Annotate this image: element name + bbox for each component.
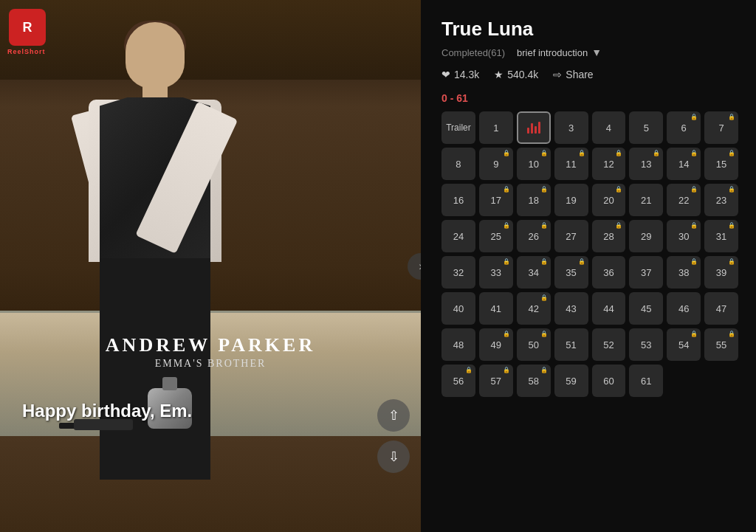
episode-cell[interactable]: 25🔒	[479, 220, 513, 252]
episode-cell[interactable]: 56🔒	[441, 365, 475, 397]
brief-intro-button[interactable]: brief introduction ▼	[517, 46, 602, 58]
episode-cell[interactable]: 12🔒	[592, 148, 626, 180]
show-title: True Luna	[441, 18, 738, 41]
episode-cell[interactable]: 6🔒	[667, 111, 701, 144]
episode-cell[interactable]: 41	[479, 292, 513, 325]
episode-cell[interactable]: 14🔒	[667, 148, 701, 180]
episode-cell[interactable]: 61	[629, 365, 663, 397]
episode-cell[interactable]: 51	[554, 328, 588, 361]
episode-cell[interactable]: 20🔒	[592, 184, 626, 216]
episode-cell[interactable]: 59	[554, 365, 588, 397]
episode-cell[interactable]: 57🔒	[479, 365, 513, 397]
lock-icon: 🔒	[540, 222, 548, 229]
stars-stat[interactable]: ★ 540.4k	[494, 69, 538, 80]
episode-cell[interactable]: 10🔒	[517, 148, 551, 180]
episode-cell[interactable]: 31🔒	[704, 220, 738, 252]
episode-cell[interactable]: 21	[629, 184, 663, 216]
episode-cell[interactable]: 29	[629, 220, 663, 252]
lock-icon: 🔒	[728, 150, 735, 156]
episode-cell[interactable]: 60	[592, 365, 626, 397]
episode-cell[interactable]: 22🔒	[667, 184, 701, 216]
episode-cell[interactable]: 40	[441, 292, 475, 325]
meta-row: Completed(61) brief introduction ▼	[441, 46, 738, 58]
character-name-text: ANDREW PARKER	[0, 334, 421, 356]
lock-icon: 🔒	[540, 258, 548, 265]
lock-icon: 🔒	[540, 186, 548, 193]
episode-cell[interactable]: 28🔒	[592, 220, 626, 252]
lock-icon: 🔒	[540, 150, 548, 156]
subtitle-area: Happy birthday, Em.	[0, 401, 421, 421]
likes-stat[interactable]: ❤ 14.3k	[441, 69, 479, 80]
episode-cell[interactable]: 38🔒	[667, 256, 701, 289]
episode-cell[interactable]: Trailer	[441, 111, 475, 144]
episode-cell[interactable]: 30🔒	[667, 220, 701, 252]
likes-count: 14.3k	[454, 69, 479, 80]
lock-icon: 🔒	[615, 222, 622, 229]
lock-icon: 🔒	[578, 150, 585, 156]
head	[126, 22, 185, 89]
lock-icon: 🔒	[540, 331, 548, 337]
episode-cell[interactable]: 1	[479, 111, 513, 144]
lock-icon: 🔒	[615, 150, 622, 156]
episode-cell[interactable]: 43	[554, 292, 588, 325]
episode-cell[interactable]: 53	[629, 328, 663, 361]
episode-cell[interactable]: 3	[554, 111, 588, 144]
episode-cell[interactable]	[517, 111, 551, 144]
episode-cell[interactable]: 35🔒	[554, 256, 588, 289]
episode-cell[interactable]: 58🔒	[517, 365, 551, 397]
lock-icon: 🔒	[503, 186, 510, 193]
lock-icon: 🔒	[615, 186, 622, 193]
episode-cell[interactable]: 50🔒	[517, 328, 551, 361]
right-panel: True Luna Completed(61) brief introducti…	[421, 0, 756, 532]
lock-icon: 🔒	[690, 222, 698, 229]
star-icon: ★	[494, 69, 504, 80]
episode-cell[interactable]: 45	[629, 292, 663, 325]
episode-cell[interactable]: 5	[629, 111, 663, 144]
completed-badge: Completed(61)	[441, 47, 505, 58]
episode-cell[interactable]: 37	[629, 256, 663, 289]
lock-icon: 🔒	[578, 258, 585, 265]
episode-cell[interactable]: 33🔒	[479, 256, 513, 289]
episode-cell[interactable]: 13🔒	[629, 148, 663, 180]
episode-cell[interactable]: 32	[441, 256, 475, 289]
episode-range: 0 - 61	[441, 92, 738, 104]
episode-cell[interactable]: 15🔒	[704, 148, 738, 180]
lock-icon: 🔒	[540, 367, 548, 373]
lock-icon: 🔒	[503, 258, 510, 265]
nav-down-button[interactable]: ⇩	[377, 441, 410, 473]
episode-cell[interactable]: 7🔒	[704, 111, 738, 144]
episode-cell[interactable]: 8	[441, 148, 475, 180]
stars-count: 540.4k	[507, 69, 538, 80]
episode-cell[interactable]: 9🔒	[479, 148, 513, 180]
episode-cell[interactable]: 42🔒	[517, 292, 551, 325]
lock-icon: 🔒	[728, 186, 735, 193]
episode-cell[interactable]: 39🔒	[704, 256, 738, 289]
lock-icon: 🔒	[728, 114, 735, 120]
heart-icon: ❤	[441, 69, 450, 80]
episode-cell[interactable]: 18🔒	[517, 184, 551, 216]
episode-cell[interactable]: 26🔒	[517, 220, 551, 252]
episode-cell[interactable]: 34🔒	[517, 256, 551, 289]
episode-cell[interactable]: 19	[554, 184, 588, 216]
episode-cell[interactable]: 16	[441, 184, 475, 216]
episode-cell[interactable]: 17🔒	[479, 184, 513, 216]
episode-cell[interactable]: 52	[592, 328, 626, 361]
episode-cell[interactable]: 46	[667, 292, 701, 325]
episode-cell[interactable]: 44	[592, 292, 626, 325]
episode-cell[interactable]: 11🔒	[554, 148, 588, 180]
episode-cell[interactable]: 23🔒	[704, 184, 738, 216]
episode-cell[interactable]: 48	[441, 328, 475, 361]
app-logo: R	[9, 9, 46, 46]
episode-cell[interactable]: 47	[704, 292, 738, 325]
episode-cell[interactable]: 49🔒	[479, 328, 513, 361]
nav-up-button[interactable]: ⇧	[377, 399, 410, 432]
lock-icon: 🔒	[540, 294, 548, 301]
share-button[interactable]: ⇨ Share	[553, 69, 593, 80]
episode-cell[interactable]: 55🔒	[704, 328, 738, 361]
episode-cell[interactable]: 24	[441, 220, 475, 252]
episode-cell[interactable]: 54🔒	[667, 328, 701, 361]
episode-cell[interactable]: 4	[592, 111, 626, 144]
share-icon: ⇨	[553, 69, 562, 80]
episode-cell[interactable]: 27	[554, 220, 588, 252]
episode-cell[interactable]: 36	[592, 256, 626, 289]
